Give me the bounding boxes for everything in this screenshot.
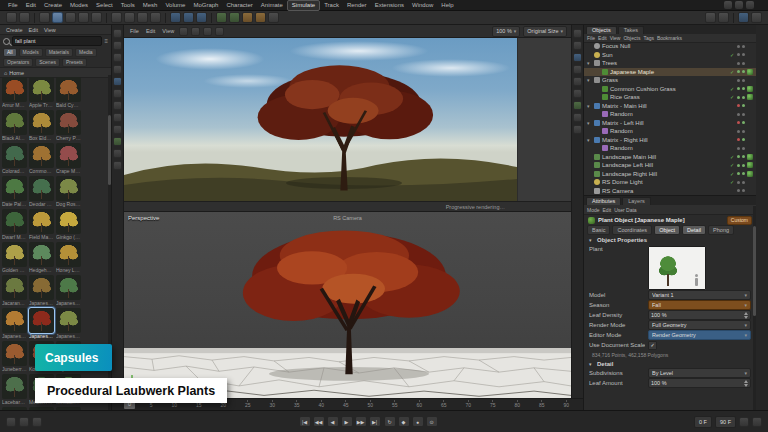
filter-menu-icon[interactable]: ≡ <box>104 38 108 44</box>
detail-section[interactable]: ▾ Detail <box>584 359 756 368</box>
visibility-dot-render[interactable] <box>742 172 745 175</box>
side-toolbar-icon[interactable] <box>573 113 582 122</box>
material-tag-icon[interactable] <box>747 162 753 168</box>
enabled-check-icon[interactable]: ✓ <box>729 69 735 75</box>
record-button[interactable]: ◆ <box>398 416 410 427</box>
object-menu-item[interactable]: Bookmarks <box>657 35 682 41</box>
model-mode-icon[interactable] <box>113 41 122 50</box>
object-properties-section[interactable]: ▾ Object Properties <box>584 235 756 244</box>
menu-item[interactable]: File <box>4 1 22 10</box>
zoom-select[interactable]: 100 % ▾ <box>492 26 520 37</box>
stepper-icon[interactable] <box>744 380 748 387</box>
stepper-icon[interactable] <box>744 312 748 319</box>
visibility-dot-editor[interactable] <box>737 121 740 124</box>
enabled-check-icon[interactable]: ✓ <box>729 179 735 185</box>
side-toolbar-icon[interactable] <box>573 89 582 98</box>
visibility-dot-editor[interactable] <box>737 172 740 175</box>
visibility-dot-editor[interactable] <box>737 164 740 167</box>
visibility-dot-editor[interactable] <box>737 181 740 184</box>
menu-item[interactable]: Render <box>343 1 371 10</box>
object-row[interactable]: Common Cushion Grass ✓ <box>584 85 756 94</box>
object-row[interactable]: ▾ Matrix - Right Hill <box>584 136 756 145</box>
asset-item[interactable]: Hedgehog Agave (Fall P… <box>29 242 54 273</box>
render-to-picture-viewer-icon[interactable] <box>183 12 194 23</box>
asset-item[interactable]: Common Beech (Fall Pla… <box>29 143 54 174</box>
asset-filter-chip[interactable]: All <box>3 48 17 57</box>
asset-item[interactable]: Japanese Angelica (Fall… <box>29 275 54 306</box>
sound-icon[interactable] <box>752 417 762 427</box>
menu-item[interactable]: Mesh <box>139 1 162 10</box>
asset-filter-chip[interactable]: Presets <box>62 58 87 67</box>
panel-tab[interactable]: Layers <box>622 197 651 205</box>
region-render-icon[interactable] <box>203 27 212 36</box>
visibility-dot-editor[interactable] <box>737 45 740 48</box>
visibility-dot-render[interactable] <box>742 181 745 184</box>
attribute-tab[interactable]: Object <box>654 225 680 235</box>
asset-item[interactable]: Jacaranda (Fall Plant) <box>2 275 27 306</box>
visibility-dot-render[interactable] <box>742 138 745 141</box>
leaf-density-field[interactable]: 100 % <box>648 310 751 320</box>
visibility-dot-render[interactable] <box>742 96 745 99</box>
asset-item[interactable]: Cherry Plum (Fall Plant) <box>56 110 81 141</box>
object-menu-item[interactable]: Tags <box>643 35 654 41</box>
visibility-dot-editor[interactable] <box>737 155 740 158</box>
custom-button[interactable]: Custom <box>727 216 752 225</box>
record-button[interactable]: ↻ <box>384 416 396 427</box>
texture-mode-icon[interactable] <box>113 53 122 62</box>
asset-filter-chip[interactable]: Materials <box>45 48 73 57</box>
expand-caret-icon[interactable]: ▾ <box>587 102 592 110</box>
attribute-tab[interactable]: Coordinates <box>612 225 652 235</box>
asset-item[interactable]: Golden Weeping Willow… <box>2 242 27 273</box>
asset-item[interactable]: Bald Cypress (Fall Plant) <box>56 77 81 108</box>
asset-item[interactable]: Colorado Spruce (Fall Pl… <box>2 143 27 174</box>
menu-item[interactable]: MoGraph <box>189 1 222 10</box>
rotate-tool-icon[interactable] <box>78 12 89 23</box>
object-menu-item[interactable]: File <box>587 35 595 41</box>
menu-item[interactable]: Volume <box>161 1 189 10</box>
visibility-dot-editor[interactable] <box>737 113 740 116</box>
polygons-mode-icon[interactable] <box>113 101 122 110</box>
viewport-label[interactable]: Perspective <box>128 215 159 221</box>
side-toolbar-icon[interactable] <box>573 29 582 38</box>
visibility-dot-render[interactable] <box>742 79 745 82</box>
leaf-amount-field[interactable]: 100 % <box>648 378 751 388</box>
plant-preview-thumbnail[interactable] <box>648 246 706 290</box>
side-toolbar-icon[interactable] <box>573 77 582 86</box>
menu-item[interactable]: Create <box>40 1 66 10</box>
render-view-icon[interactable] <box>170 12 181 23</box>
asset-item[interactable]: Black Alder (Fall Plant) <box>2 110 27 141</box>
transport-button[interactable]: ◀ <box>327 416 339 427</box>
enabled-check-icon[interactable]: ✓ <box>729 162 735 168</box>
asset-item[interactable]: Apple Tree (Fall Plant) <box>29 77 54 108</box>
transport-button[interactable]: ◀◀ <box>313 416 325 427</box>
visibility-dot-render[interactable] <box>742 164 745 167</box>
autokey-icon[interactable] <box>32 417 42 427</box>
attribute-tab[interactable]: Detail <box>682 225 706 235</box>
visibility-dot-editor[interactable] <box>737 53 740 56</box>
asset-item[interactable]: Honey Locust (Fall Plant) <box>56 242 81 273</box>
visibility-dot-editor[interactable] <box>737 96 740 99</box>
playback-options-icon[interactable] <box>739 417 749 427</box>
object-row[interactable]: Landscape Left Hill ✓ <box>584 161 756 170</box>
asset-item[interactable]: Crape Myrtle (Fall Plant) <box>56 143 81 174</box>
timeline-mode-icon[interactable] <box>6 417 16 427</box>
model-select[interactable]: Variant 1 ▾ <box>648 290 751 300</box>
redo-icon[interactable] <box>19 12 30 23</box>
asset-search-input[interactable] <box>12 36 102 46</box>
visibility-dot-render[interactable] <box>742 70 745 73</box>
object-menu-item[interactable]: View <box>610 35 621 41</box>
quantize-icon[interactable] <box>113 161 122 170</box>
asset-menu-item[interactable]: View <box>42 27 58 33</box>
visibility-dot-editor[interactable] <box>737 104 740 107</box>
asset-filter-chip[interactable]: Operators <box>3 58 33 67</box>
visibility-dot-editor[interactable] <box>737 62 740 65</box>
expand-caret-icon[interactable]: ▾ <box>587 119 592 127</box>
render-settings-icon[interactable] <box>196 12 207 23</box>
workspace-icon[interactable] <box>735 1 743 9</box>
transport-button[interactable]: |◀ <box>299 416 311 427</box>
menu-item[interactable]: Character <box>222 1 256 10</box>
asset-filter-chip[interactable]: Media <box>75 48 97 57</box>
snapshot-icon[interactable] <box>179 27 188 36</box>
season-select[interactable]: Fall ▾ <box>648 300 751 310</box>
visibility-dot-render[interactable] <box>742 130 745 133</box>
